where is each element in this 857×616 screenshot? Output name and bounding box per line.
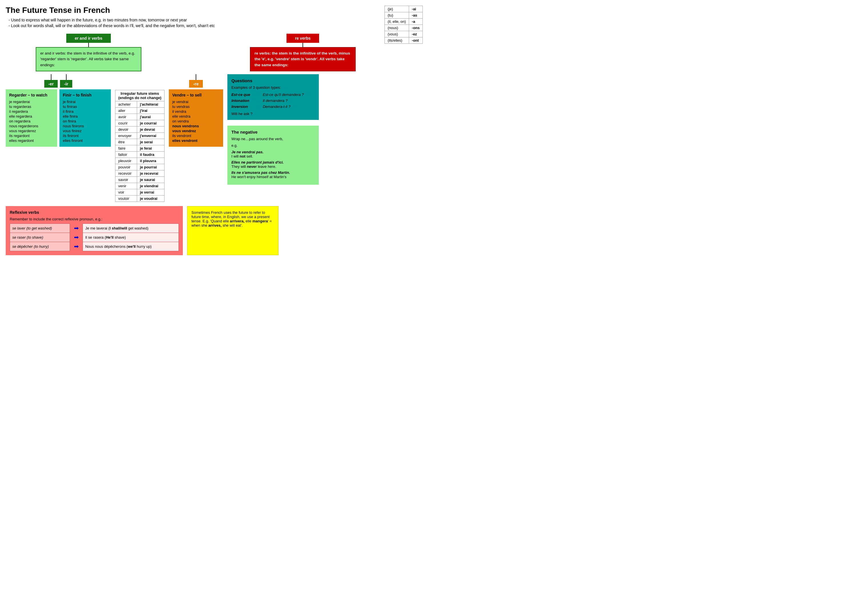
reflexive-title: Reflexive verbs (10, 210, 179, 215)
er-ir-label: er and ir verbs (66, 34, 111, 43)
reflexive-verb: se raser (to shave) (10, 233, 70, 242)
irregular-table-header: Irregular future stems (endings do not c… (115, 90, 164, 101)
bullet-list: Used to express what will happen in the … (9, 18, 423, 28)
er-verb-line: elle regardera (9, 114, 54, 119)
irregular-conjugation: il faudra (137, 151, 164, 157)
er-verb-line: elles regardont (9, 139, 54, 143)
irregular-conjugation: j'enverrai (137, 133, 164, 139)
re-verb-line: vous vendrez (172, 129, 220, 133)
irregular-conjugation: j'achèterai (137, 101, 164, 107)
er-verb-lines: je regarderaitu regarderasil regarderael… (9, 100, 54, 143)
page-title: The Future Tense in French (6, 6, 423, 15)
ir-verb-line: vous finirez (63, 129, 107, 133)
irregular-conjugation: je verrai (137, 189, 164, 195)
will-he-ask: Will he ask ? (231, 112, 315, 116)
re-description: re verbs: the stem is the infinitive of … (250, 47, 356, 71)
ir-verb-line: ils finiront (63, 134, 107, 138)
re-verb-lines: je vendraitu vendrasil vendraelle vendra… (172, 100, 220, 143)
er-verb-line: nous regarderons (9, 124, 54, 128)
question-row: InversionDemandera-t-il ? (231, 105, 315, 109)
irregular-verb: acheter (115, 101, 137, 107)
question-row: Est-ce queEst-ce qu'il demandera ? (231, 93, 315, 97)
irregular-conjugation: il pleuvra (137, 157, 164, 164)
question-example: Il demandera ? (263, 99, 288, 103)
irregular-verb: recevoir (115, 170, 137, 176)
ir-conjugation: Finir – to finish je finiraitu finirasil… (59, 90, 111, 147)
question-row: IntonationIl demandera ? (231, 99, 315, 103)
ir-verb-line: on finira (63, 119, 107, 124)
ir-verb-line: elles finiront (63, 139, 107, 143)
neg-ex3-italic: Ils ne s'amusera pas chez Martin. (231, 170, 290, 175)
reflexive-translation: Je me laverai (I shall/will get washed) (83, 224, 179, 233)
re-ending-label: -re (189, 80, 203, 88)
irregular-conjugation: je ferai (137, 145, 164, 151)
er-verb-line: tu regarderas (9, 105, 54, 109)
irregular-verb: devoir (115, 126, 137, 133)
neg-ex1-italic: Je ne vendrai pas. (231, 150, 264, 154)
endings-table: (je)-ai(tu)-as(il, elle, on)-a(nous)-ons… (385, 6, 423, 44)
question-example: Est-ce qu'il demandera ? (263, 93, 304, 97)
er-verb-line: je regarderai (9, 100, 54, 104)
irregular-verb: vouloir (115, 195, 137, 202)
future-note-box: Sometimes French uses the future to refe… (187, 206, 278, 255)
re-conjugation: Vendre – to sell je vendraitu vendrasil … (169, 90, 223, 147)
questions-title: Questions (231, 78, 315, 83)
bullet-1: Used to express what will happen in the … (9, 18, 423, 22)
er-ir-description: er and ir verbs: the stem is the infinit… (36, 47, 141, 71)
reflexive-arrow: ➡ (70, 224, 83, 233)
irregular-conjugation: j'aurai (137, 114, 164, 120)
irregular-verb: venir (115, 183, 137, 189)
irregular-verb: pleuvoir (115, 157, 137, 164)
irregular-conjugation: j'irai (137, 107, 164, 114)
re-label: re verbs (286, 34, 319, 43)
neg-ex1-normal: I will not sell. (231, 154, 315, 158)
reflexive-arrow: ➡ (70, 233, 83, 242)
questions-intro: Examples of 3 question types: (231, 85, 315, 90)
negative-title: The negative (231, 130, 315, 134)
re-verb-line: on vendra (172, 119, 220, 124)
er-verb-line: on regardera (9, 119, 54, 124)
irregular-conjugation: je voudrai (137, 195, 164, 202)
irregular-verb: envoyer (115, 133, 137, 139)
irregular-conjugation: je devrai (137, 126, 164, 133)
irregular-verb: aller (115, 107, 137, 114)
question-type: Est-ce que (231, 93, 257, 97)
er-verb-line: ils regardont (9, 134, 54, 138)
negative-eg: e.g. (231, 143, 315, 148)
neg-ex3-normal: He won't enjoy himself at Martin's (231, 175, 315, 179)
ir-ending-label: -ir (60, 80, 72, 88)
irregular-conjugation: je viendrai (137, 183, 164, 189)
negative-intro: Wrap ne…pas around the verb, (231, 137, 315, 141)
irregular-verb: avoir (115, 114, 137, 120)
neg-ex2-normal: They will never leave here. (231, 164, 315, 169)
future-bold-1: arrivera, (230, 219, 244, 223)
re-verb-line: tu vendras (172, 105, 220, 109)
neg-ex2-italic: Elles ne partiront jamais d'ici. (231, 160, 284, 164)
re-verb-line: il vendra (172, 109, 220, 114)
question-type: Inversion (231, 105, 257, 109)
irregular-verb: savoir (115, 176, 137, 183)
ir-verb-header: Finir – to finish (63, 93, 107, 97)
re-verb-line: elle vendra (172, 114, 220, 119)
irregular-verb: être (115, 139, 137, 145)
irregular-conjugation: je pourrai (137, 164, 164, 170)
er-verb-header: Regarder – to watch (9, 93, 54, 97)
er-verb-line: il regardera (9, 109, 54, 114)
ir-verb-line: elle finira (63, 114, 107, 119)
reflexive-translation: Il se rasera (He'll shave) (83, 233, 179, 242)
reflexive-translation: Nous nous dépêcherons (we'll hurry up) (83, 242, 179, 251)
reflexive-table: se laver (to get washed)➡Je me laverai (… (10, 224, 179, 251)
re-verb-line: nous vendrons (172, 124, 220, 128)
re-verb-header: Vendre – to sell (172, 93, 220, 97)
question-example: Demandera-t-il ? (263, 105, 291, 109)
er-ending-label: -er (44, 80, 58, 88)
re-verb-line: elles vendront (172, 139, 220, 143)
ir-verb-line: je finirai (63, 100, 107, 104)
reflexive-arrow: ➡ (70, 242, 83, 251)
negative-box: The negative Wrap ne…pas around the verb… (227, 126, 319, 185)
reflexive-verb: se dépêcher (to hurry) (10, 242, 70, 251)
reflexive-intro: Remember to include the correct reflexiv… (10, 217, 179, 221)
question-type: Intonation (231, 99, 257, 103)
irregular-verb: pouvoir (115, 164, 137, 170)
ir-verb-line: il finira (63, 109, 107, 114)
